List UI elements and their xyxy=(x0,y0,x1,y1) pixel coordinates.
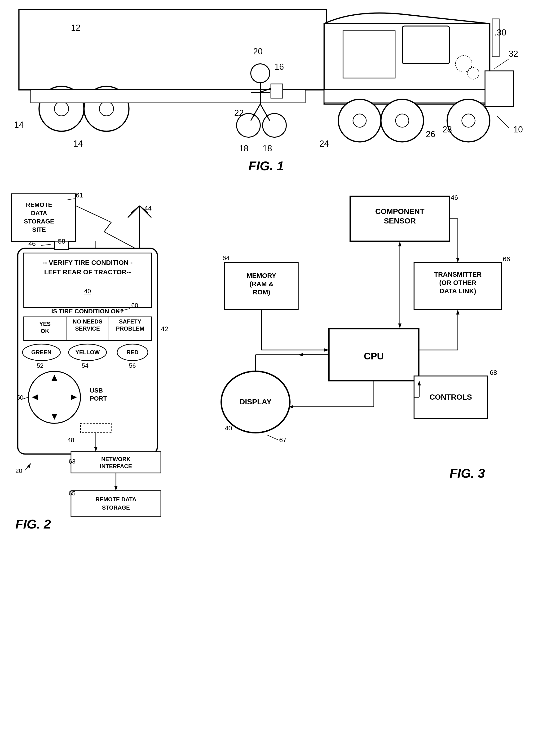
svg-text:50: 50 xyxy=(17,394,24,401)
svg-point-90 xyxy=(117,344,148,361)
svg-marker-121 xyxy=(27,464,31,468)
svg-text:-- VERIFY TIRE CONDITION -: -- VERIFY TIRE CONDITION - xyxy=(43,259,133,266)
svg-text:CPU: CPU xyxy=(364,351,384,361)
svg-text:.30: .30 xyxy=(495,28,506,37)
svg-point-13 xyxy=(353,114,366,127)
svg-point-22 xyxy=(251,64,270,83)
svg-point-15 xyxy=(396,114,409,127)
svg-rect-9 xyxy=(343,31,395,78)
svg-text:22: 22 xyxy=(234,108,244,118)
svg-text:40: 40 xyxy=(225,425,232,432)
svg-text:18: 18 xyxy=(263,143,272,153)
svg-text:SENSOR: SENSOR xyxy=(384,217,416,225)
svg-marker-156 xyxy=(298,353,303,356)
svg-marker-96 xyxy=(52,375,57,381)
svg-point-1 xyxy=(39,86,84,131)
svg-text:SITE: SITE xyxy=(32,226,46,233)
svg-point-4 xyxy=(99,102,114,116)
svg-text:(OR OTHER: (OR OTHER xyxy=(439,279,476,286)
svg-text:62: 62 xyxy=(421,377,428,384)
svg-point-95 xyxy=(28,371,81,423)
svg-rect-66 xyxy=(24,253,151,307)
svg-text:54: 54 xyxy=(81,362,88,369)
svg-text:58: 58 xyxy=(58,238,65,245)
svg-rect-104 xyxy=(81,423,111,433)
svg-text:14: 14 xyxy=(73,139,83,148)
svg-text:28: 28 xyxy=(442,125,452,134)
svg-point-14 xyxy=(381,99,423,142)
svg-text:PORT: PORT xyxy=(90,395,107,402)
svg-line-26 xyxy=(260,104,270,121)
svg-text:61: 61 xyxy=(76,191,83,199)
svg-rect-18 xyxy=(485,71,513,106)
svg-rect-74 xyxy=(24,317,151,340)
svg-text:YES: YES xyxy=(39,321,51,327)
svg-text:14: 14 xyxy=(14,120,24,129)
svg-text:DATA LINK): DATA LINK) xyxy=(440,287,476,295)
svg-text:GREEN: GREEN xyxy=(31,349,51,355)
svg-text:LEFT REAR OF TRACTOR--: LEFT REAR OF TRACTOR-- xyxy=(44,269,131,276)
svg-marker-151 xyxy=(398,242,402,246)
svg-text:NETWORK: NETWORK xyxy=(101,456,131,462)
svg-point-12 xyxy=(338,99,381,142)
svg-text:10: 10 xyxy=(513,125,523,134)
svg-point-16 xyxy=(447,99,490,142)
svg-text:26: 26 xyxy=(426,129,435,139)
svg-text:COMPONENT: COMPONENT xyxy=(375,207,424,216)
svg-marker-159 xyxy=(324,348,329,352)
svg-text:MEMORY: MEMORY xyxy=(247,272,276,279)
svg-text:INTERFACE: INTERFACE xyxy=(100,463,132,470)
svg-point-28 xyxy=(263,114,286,137)
svg-text:(RAM &: (RAM & xyxy=(249,280,273,287)
svg-text:ROM): ROM) xyxy=(253,288,270,296)
svg-rect-61 xyxy=(18,248,157,454)
svg-point-141 xyxy=(221,371,290,433)
svg-rect-11 xyxy=(324,90,490,103)
svg-point-2 xyxy=(54,102,69,116)
svg-line-73 xyxy=(116,309,130,312)
svg-line-56 xyxy=(131,206,139,213)
svg-text:16: 16 xyxy=(274,62,284,72)
svg-text:DATA: DATA xyxy=(31,210,47,217)
svg-line-120 xyxy=(25,464,31,471)
svg-rect-6 xyxy=(31,90,305,103)
svg-point-86 xyxy=(23,344,60,361)
svg-text:PROBLEM: PROBLEM xyxy=(116,326,144,332)
svg-text:32: 32 xyxy=(509,49,518,59)
svg-rect-48 xyxy=(12,194,76,241)
svg-text:42: 42 xyxy=(161,325,168,332)
svg-text:DISPLAY: DISPLAY xyxy=(240,397,272,406)
svg-text:18: 18 xyxy=(239,143,248,153)
svg-rect-146 xyxy=(414,376,487,419)
svg-text:CONTROLS: CONTROLS xyxy=(429,393,472,401)
svg-point-17 xyxy=(462,114,475,127)
svg-text:64: 64 xyxy=(222,254,230,262)
svg-point-27 xyxy=(237,114,260,137)
svg-text:STORAGE: STORAGE xyxy=(102,504,130,511)
svg-line-101 xyxy=(23,397,28,399)
svg-text:IS TIRE CONDITION OK?: IS TIRE CONDITION OK? xyxy=(51,308,124,315)
svg-text:RED: RED xyxy=(127,349,138,355)
svg-text:46: 46 xyxy=(451,194,458,201)
svg-text:66: 66 xyxy=(503,255,510,263)
svg-text:44: 44 xyxy=(144,205,152,212)
svg-text:REMOTE: REMOTE xyxy=(26,201,52,208)
svg-rect-62 xyxy=(54,241,69,249)
svg-text:48: 48 xyxy=(68,436,74,444)
svg-text:52: 52 xyxy=(37,362,43,369)
svg-text:46: 46 xyxy=(28,240,36,247)
svg-text:REMOTE DATA: REMOTE DATA xyxy=(96,496,136,502)
svg-text:FIG. 3: FIG. 3 xyxy=(450,466,485,480)
svg-text:FIG. 1: FIG. 1 xyxy=(248,159,284,173)
svg-text:YELLOW: YELLOW xyxy=(76,349,100,355)
svg-rect-123 xyxy=(350,196,450,241)
svg-text:24: 24 xyxy=(319,139,329,148)
svg-rect-0 xyxy=(19,10,327,90)
svg-line-32 xyxy=(497,116,509,128)
svg-rect-19 xyxy=(492,19,499,57)
svg-line-64 xyxy=(41,244,51,245)
svg-rect-30 xyxy=(271,84,283,98)
svg-marker-112 xyxy=(114,486,118,491)
svg-text:40: 40 xyxy=(84,287,91,295)
svg-marker-150 xyxy=(398,324,402,328)
